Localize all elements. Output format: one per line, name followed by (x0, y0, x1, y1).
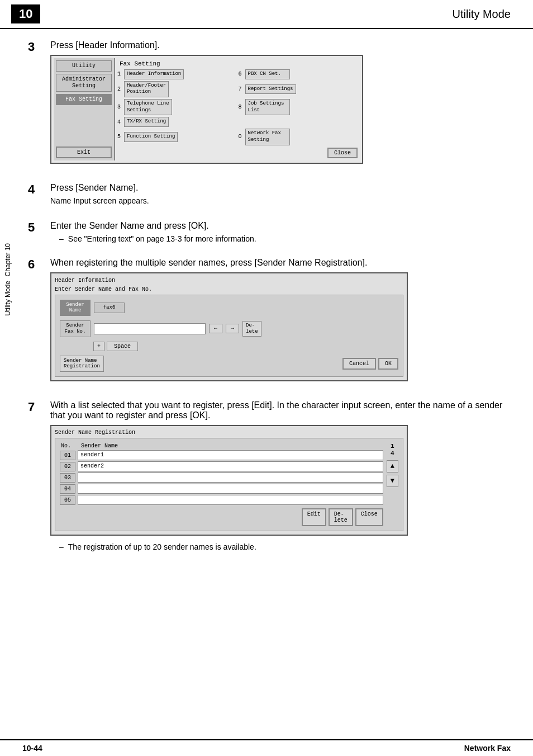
snr-num-01: 01 (60, 451, 75, 460)
snr-name-02[interactable]: sender2 (78, 461, 383, 471)
plus-btn[interactable]: + (93, 342, 104, 351)
fax-setting-screen: Utility AdministratorSetting Fax Setting… (50, 55, 363, 164)
sender-name-tab[interactable]: SenderName (60, 300, 91, 316)
main-content: 3 Press [Header Information]. Utility Ad… (0, 35, 533, 577)
page-title: Utility Mode (453, 8, 511, 21)
report-settings-btn[interactable]: Report Settings (245, 84, 296, 94)
pbx-cn-set-btn[interactable]: PBX CN Set. (245, 69, 290, 79)
hi-title-1: Header Information (55, 277, 403, 285)
step-4-sub: Name Input screen appears. (50, 196, 511, 205)
fax-item-7: 7 Report Settings (239, 81, 358, 97)
fax-item-0: 0 Network FaxSetting (239, 129, 358, 145)
chapter-number: 10 (11, 4, 40, 23)
snr-row-4: 04 (60, 484, 383, 494)
ok-btn[interactable]: OK (378, 358, 398, 370)
step-5-dash: – See "Entering text" on page 13-3 for m… (59, 234, 511, 243)
step-5: 5 Enter the Sender Name and press [OK]. … (28, 221, 511, 245)
fax-item-5: 5 Function Setting (117, 129, 237, 145)
sender-name-registration-btn[interactable]: Sender NameRegistration (60, 356, 104, 372)
step-4-body: Press [Sender Name]. Name Input screen a… (50, 183, 511, 209)
fax-item-6: 6 PBX CN Set. (239, 69, 358, 79)
header-information-btn[interactable]: Header Information (124, 69, 184, 79)
fax-close-row: Close (117, 148, 358, 158)
step-4-instruction: Press [Sender Name]. (50, 183, 511, 193)
snr-delete-btn[interactable]: De-lete (329, 508, 353, 526)
empty-btn (245, 121, 290, 123)
space-btn[interactable]: Space (107, 342, 138, 351)
header-information-screen: Header Information Enter Sender Name and… (50, 272, 408, 382)
hi-bottom-row: Sender NameRegistration Cancel OK (60, 356, 398, 372)
step-7: 7 With a list selected that you want to … (28, 400, 511, 554)
snr-col-name-header: Sender Name (81, 443, 383, 449)
fax-screen-title: Fax Setting (117, 60, 358, 67)
snr-edit-btn[interactable]: Edit (302, 508, 326, 526)
step-5-number: 5 (28, 221, 41, 245)
fax-item-3: 3 Telephone LineSettings (117, 99, 237, 115)
fax-close-btn[interactable]: Close (327, 148, 358, 158)
snr-name-04[interactable] (78, 484, 383, 494)
hi-sender-name-row: SenderName fax0 (60, 300, 398, 316)
telephone-line-settings-btn[interactable]: Telephone LineSettings (124, 99, 172, 115)
snr-num-03: 03 (60, 473, 75, 483)
step-5-dash-text: See "Entering text" on page 13-3 for mor… (68, 234, 256, 243)
fax-main-area: Fax Setting 1 Header Information 6 PBX C… (115, 58, 360, 160)
fax0-tab[interactable]: fax0 (94, 303, 125, 313)
step-3-body: Press [Header Information]. Utility Admi… (50, 40, 511, 171)
snr-row-5: 05 (60, 495, 383, 505)
utility-btn[interactable]: Utility (56, 60, 112, 72)
arrow-right-btn[interactable]: → (226, 324, 239, 333)
step-7-dash: – The registration of up to 20 sender na… (59, 542, 511, 551)
snr-close-btn[interactable]: Close (355, 508, 383, 526)
fax-setting-btn[interactable]: Fax Setting (56, 94, 112, 105)
hi-space-row: + Space (60, 342, 398, 351)
cancel-btn[interactable]: Cancel (342, 358, 376, 370)
job-settings-list-btn[interactable]: Job SettingsList (245, 99, 290, 115)
admin-setting-btn[interactable]: AdministratorSetting (56, 74, 112, 92)
step-6-number: 6 (28, 258, 41, 389)
snr-num-05: 05 (60, 495, 75, 505)
hi-action-btns: Cancel OK (342, 358, 398, 370)
snr-row-2: 02 sender2 (60, 461, 383, 471)
snr-row-3: 03 (60, 472, 383, 483)
sender-fax-label: SenderFax No. (60, 320, 91, 337)
fax-item-1: 1 Header Information (117, 69, 237, 79)
fax-item-2: 2 Header/FooterPosition (117, 81, 237, 97)
snr-name-01[interactable]: sender1 (78, 450, 383, 460)
snr-down-btn[interactable]: ▼ (387, 475, 398, 487)
step-4-number: 4 (28, 183, 41, 209)
side-mode-label: Utility Mode (4, 281, 12, 316)
footer-page-number: 10-44 (22, 744, 42, 753)
step-3-instruction: Press [Header Information]. (50, 40, 511, 50)
step-4: 4 Press [Sender Name]. Name Input screen… (28, 183, 511, 209)
step-6-body: When registering the multiple sender nam… (50, 258, 511, 389)
page-header: 10 Utility Mode (0, 0, 533, 29)
exit-btn[interactable]: Exit (56, 147, 112, 158)
fax-sidebar: Utility AdministratorSetting Fax Setting… (54, 58, 115, 160)
snr-bottom-row: Edit De-lete Close (60, 508, 383, 526)
step-6-instruction: When registering the multiple sender nam… (50, 258, 511, 268)
snr-table-area: No. Sender Name 01 sender1 02 sender2 (60, 443, 383, 526)
step-7-instruction: With a list selected that you want to re… (50, 400, 511, 420)
snr-row-1: 01 sender1 (60, 450, 383, 460)
snr-num-02: 02 (60, 462, 75, 471)
snr-col-no-header: No. (61, 443, 78, 449)
sender-fax-input[interactable] (94, 323, 206, 334)
snr-num-04: 04 (60, 484, 75, 494)
tx-rx-setting-btn[interactable]: TX/RX Setting (124, 117, 169, 127)
snr-name-05[interactable] (78, 495, 383, 505)
snr-name-03[interactable] (78, 472, 383, 483)
hi-title-2: Enter Sender Name and Fax No. (55, 286, 403, 294)
header-footer-position-btn[interactable]: Header/FooterPosition (124, 81, 169, 97)
step-7-dash-text: The registration of up to 20 sender name… (68, 542, 256, 551)
function-setting-btn[interactable]: Function Setting (124, 132, 178, 142)
fax-item-8: 8 Job SettingsList (239, 99, 358, 115)
network-fax-setting-btn[interactable]: Network FaxSetting (245, 129, 290, 145)
arrow-left-btn[interactable]: ← (209, 324, 222, 333)
step-6: 6 When registering the multiple sender n… (28, 258, 511, 389)
step-5-instruction: Enter the Sender Name and press [OK]. (50, 221, 511, 231)
delete-btn[interactable]: De-lete (242, 321, 261, 337)
sender-name-registration-screen: Sender Name Registration No. Sender Name… (50, 425, 408, 536)
footer-section: Network Fax (464, 744, 511, 753)
hi-body: SenderName fax0 SenderFax No. ← → De-let… (55, 295, 403, 377)
snr-up-btn[interactable]: ▲ (387, 460, 398, 472)
